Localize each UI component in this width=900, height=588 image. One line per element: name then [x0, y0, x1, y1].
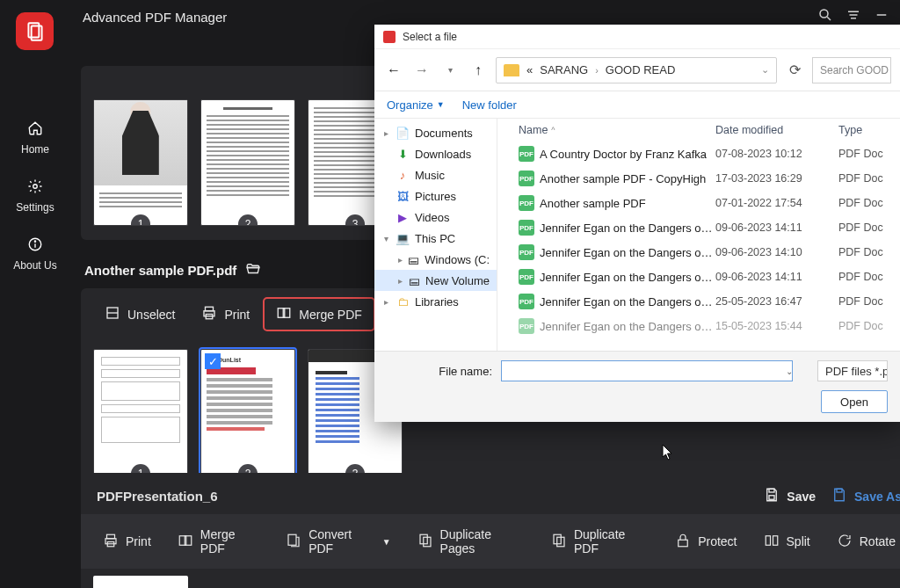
pdf-file-icon: PDF: [519, 318, 534, 334]
new-folder-button[interactable]: New folder: [462, 98, 517, 112]
page-thumb[interactable]: 1: [93, 349, 188, 475]
button-label: Save As: [854, 490, 900, 504]
documents-icon: 📄: [396, 126, 410, 140]
chevron-down-icon[interactable]: ⌄: [786, 367, 793, 376]
file-date: 25-05-2023 16:47: [715, 295, 838, 308]
expand-icon[interactable]: ▸: [381, 128, 390, 138]
expand-icon[interactable]: ▸: [397, 255, 403, 265]
sidebar-item-home[interactable]: Home: [21, 119, 49, 156]
check-icon: ✓: [205, 353, 221, 369]
button-label: Convert PDF: [308, 527, 375, 555]
chevron-right-icon: ›: [595, 65, 599, 76]
convert-pdf-button[interactable]: Convert PDF▼: [274, 521, 402, 562]
page-thumb[interactable]: ✓ DunList 2: [200, 349, 295, 475]
svg-rect-20: [769, 496, 774, 500]
print-button[interactable]: Print: [91, 526, 163, 557]
file-row[interactable]: PDFJennifer Egan on the Dangers of Knowi…: [497, 240, 900, 265]
pdf-file-icon: PDF: [519, 146, 534, 162]
split-button[interactable]: Split: [752, 526, 822, 557]
tree-item-libraries[interactable]: ▸🗀Libraries: [374, 291, 497, 312]
page-thumb[interactable]: [93, 576, 188, 588]
file-type: PDF Doc: [838, 246, 891, 258]
thumbnail-image: [94, 100, 187, 185]
tree-item-drive-new[interactable]: ▸🖴New Volume: [374, 270, 497, 291]
search-input[interactable]: Search GOOD READ: [812, 57, 891, 83]
tree-item-downloads[interactable]: ⬇Downloads: [374, 143, 497, 164]
file-name-input[interactable]: [501, 360, 793, 381]
tree-item-drive-c[interactable]: ▸🖴Windows (C:: [374, 249, 497, 270]
lock-icon: [675, 533, 691, 551]
tree-item-music[interactable]: ♪Music: [374, 164, 497, 185]
duplicate-pages-button[interactable]: Duplicate Pages: [406, 521, 536, 562]
file-row[interactable]: PDFAnother sample PDF07-01-2022 17:54PDF…: [497, 191, 900, 215]
file-type-filter[interactable]: PDF files *.pdf: [817, 360, 888, 381]
file-row[interactable]: PDFJennifer Egan on the Dangers of Knowi…: [497, 314, 900, 338]
sidebar-item-about[interactable]: About Us: [13, 235, 56, 272]
rotate-button[interactable]: Rotate: [825, 526, 900, 557]
nav-back-button[interactable]: ←: [383, 60, 404, 81]
button-label: Split: [787, 534, 810, 548]
tree-item-pictures[interactable]: 🖼Pictures: [374, 185, 497, 207]
button-label: Duplicate Pages: [440, 527, 525, 555]
button-label: Print: [224, 308, 250, 322]
sidebar-item-settings[interactable]: Settings: [16, 177, 54, 214]
svg-rect-19: [769, 489, 774, 492]
save-button[interactable]: Save: [764, 487, 816, 505]
tree-item-label: Documents: [415, 127, 473, 140]
breadcrumb-part[interactable]: SARANG: [540, 63, 588, 76]
file-name-label: File name:: [387, 365, 492, 378]
file-name: Jennifer Egan on the Dangers of Knowing.…: [540, 271, 715, 284]
breadcrumb[interactable]: « SARANG › GOOD READ ⌄: [496, 57, 777, 83]
expand-icon[interactable]: ▸: [397, 276, 403, 286]
tree-item-label: Pictures: [415, 190, 456, 203]
hdd-icon: 🖴: [408, 252, 419, 266]
protect-button[interactable]: Protect: [664, 526, 748, 557]
menu-icon[interactable]: [846, 7, 861, 23]
nav-recent-button[interactable]: ▾: [439, 60, 461, 81]
chevron-down-icon[interactable]: ⌄: [761, 64, 769, 76]
folder-tree: ▸📄Documents ⬇Downloads ♪Music 🖼Pictures …: [374, 119, 497, 351]
open-button[interactable]: Open: [821, 390, 888, 413]
open-folder-icon[interactable]: [245, 261, 261, 279]
svg-point-2: [820, 10, 828, 18]
column-header-name[interactable]: Name ^: [519, 124, 715, 136]
file-row[interactable]: PDFA Country Doctor by Franz Kafka07-08-…: [497, 142, 900, 166]
svg-rect-22: [107, 534, 115, 539]
page-thumb[interactable]: 2: [200, 99, 295, 226]
duplicate-icon: [551, 533, 567, 551]
file-row[interactable]: PDFJennifer Egan on the Dangers of Knowi…: [497, 289, 900, 314]
convert-icon: [286, 533, 301, 551]
print-icon: [103, 533, 119, 551]
print-button[interactable]: Print: [190, 299, 261, 330]
search-icon[interactable]: [817, 7, 833, 23]
minimize-icon[interactable]: [874, 7, 889, 23]
column-header-date[interactable]: Date modified: [715, 124, 838, 136]
merge-pdf-button[interactable]: Merge PDF: [166, 521, 271, 562]
page-thumb[interactable]: 1: [93, 99, 188, 226]
tree-item-documents[interactable]: ▸📄Documents: [374, 122, 497, 143]
column-header-type[interactable]: Type: [838, 124, 891, 136]
unselect-button[interactable]: Unselect: [93, 299, 186, 330]
print-icon: [201, 305, 217, 323]
expand-icon[interactable]: ▸: [381, 297, 390, 307]
videos-icon: ▶: [396, 210, 410, 224]
nav-forward-button[interactable]: →: [411, 60, 432, 81]
save-as-button[interactable]: Save As: [831, 487, 900, 505]
file-row[interactable]: PDFJennifer Egan on the Dangers of Knowi…: [497, 265, 900, 289]
duplicate-pdf-button[interactable]: Duplicate PDF: [540, 521, 660, 562]
file-type: PDF Doc: [838, 148, 891, 160]
tree-item-this-pc[interactable]: ▾💻This PC: [374, 228, 497, 249]
collapse-icon[interactable]: ▾: [381, 234, 390, 243]
refresh-button[interactable]: ⟳: [784, 62, 805, 78]
info-icon: [25, 235, 45, 254]
merge-pdf-button[interactable]: Merge PDF: [265, 299, 374, 330]
pictures-icon: 🖼: [396, 189, 410, 203]
file-row[interactable]: PDFJennifer Egan on the Dangers of Knowi…: [497, 215, 900, 240]
nav-up-button[interactable]: ↑: [468, 60, 489, 81]
tree-item-videos[interactable]: ▶Videos: [374, 207, 497, 228]
file-row[interactable]: PDFAnother sample PDF - CopyHigh17-03-20…: [497, 166, 900, 191]
thumbnail-image: [94, 350, 187, 454]
organize-menu[interactable]: Organize▼: [387, 98, 445, 112]
file-name: Another sample PDF: [540, 197, 715, 210]
breadcrumb-part[interactable]: GOOD READ: [606, 63, 675, 76]
